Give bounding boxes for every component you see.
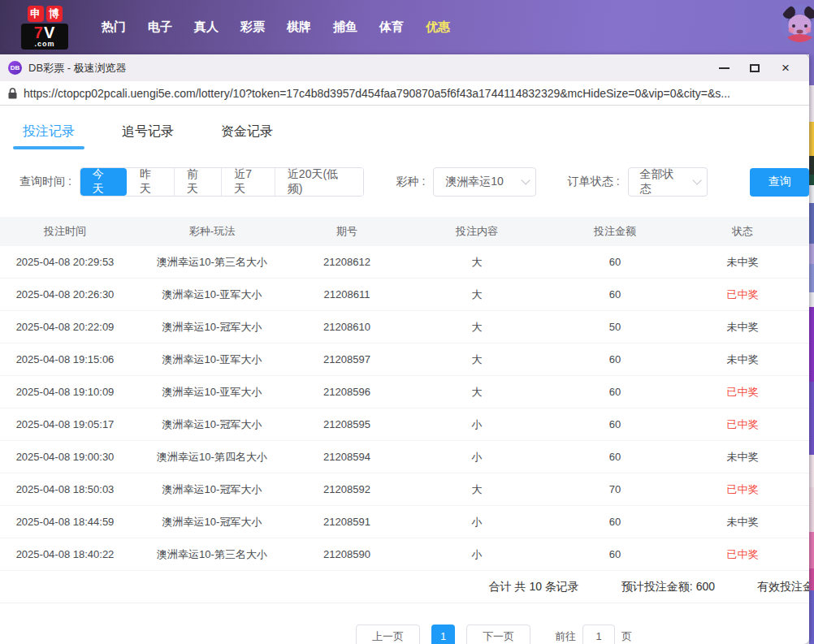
cell-bet-time: 2025-04-08 19:15:06: [0, 344, 130, 375]
nav-item-8[interactable]: 优惠: [426, 11, 450, 43]
maximize-button[interactable]: [739, 57, 770, 80]
cell-bet-amount: 60: [554, 506, 676, 538]
cell-game-play: 澳洲幸运10-第三名大小: [130, 246, 294, 278]
cell-status: 已中奖: [676, 279, 809, 310]
table-row: 2025-04-08 19:00:30澳洲幸运10-第四名大小21208594小…: [0, 441, 809, 473]
cell-issue-number: 21208597: [294, 344, 400, 375]
time-option-2[interactable]: 昨天: [127, 168, 174, 196]
time-option-3[interactable]: 前天: [174, 168, 221, 196]
logo-badges: 申 博: [28, 6, 63, 22]
window-title: DB彩票 - 极速浏览器: [28, 61, 708, 76]
tab-2[interactable]: 追号记录: [117, 114, 179, 152]
url-text[interactable]: https://ctopcp02pcali.uengi5e.com/lotter…: [24, 87, 730, 100]
desktop-background-strip: [809, 54, 814, 644]
summary-expected-amount: 预计投注金额: 600: [621, 580, 715, 594]
goto-page-input[interactable]: [582, 625, 615, 644]
cell-game-play: 澳洲幸运10-冠军大小: [130, 311, 294, 343]
close-button[interactable]: ×: [770, 57, 801, 80]
cell-status: 未中奖: [676, 506, 809, 538]
table-row: 2025-04-08 20:29:53澳洲幸运10-第三名大小21208612大…: [0, 246, 809, 279]
time-filter-label: 查询时间 :: [19, 175, 71, 189]
table-row: 2025-04-08 18:50:03澳洲幸运10-冠军大小21208592大7…: [0, 473, 809, 506]
chevron-down-icon: [693, 175, 702, 184]
search-button[interactable]: 查询: [750, 168, 809, 197]
cell-status: 已中奖: [676, 473, 809, 505]
cell-bet-time: 2025-04-08 19:00:30: [0, 441, 130, 473]
time-option-1[interactable]: 今天: [80, 168, 127, 196]
address-bar[interactable]: https://ctopcp02pcali.uengi5e.com/lotter…: [0, 81, 809, 106]
tab-3[interactable]: 资金记录: [216, 114, 278, 152]
table-row: 2025-04-08 18:40:22澳洲幸运10-第三名大小21208590小…: [0, 538, 809, 571]
nav-item-5[interactable]: 棋牌: [287, 11, 311, 43]
table-row: 2025-04-08 20:26:30澳洲幸运10-亚军大小21208611大6…: [0, 279, 809, 311]
pagination: 上一页 1 下一页 前往 页: [89, 625, 809, 644]
window-titlebar[interactable]: DB DB彩票 - 极速浏览器 ×: [0, 54, 809, 81]
nav-item-7[interactable]: 体育: [379, 11, 404, 43]
table-row: 2025-04-08 18:44:59澳洲幸运10-冠军大小21208591小6…: [0, 506, 809, 538]
cell-status: 已中奖: [676, 376, 809, 408]
logo-dotcom: .com: [21, 41, 68, 48]
table-body: 2025-04-08 20:29:53澳洲幸运10-第三名大小21208612大…: [0, 246, 809, 571]
cell-game-play: 澳洲幸运10-第四名大小: [130, 441, 294, 473]
current-page-button[interactable]: 1: [431, 625, 455, 644]
page-unit-label: 页: [621, 629, 632, 644]
site-logo[interactable]: 申 博 7V .com: [21, 6, 68, 50]
cell-bet-content: 小: [400, 408, 554, 440]
cell-bet-content: 大: [400, 246, 554, 278]
cell-bet-content: 大: [400, 473, 554, 505]
cell-issue-number: 21208595: [294, 408, 400, 440]
cell-status: 未中奖: [676, 311, 809, 343]
status-select-value: 全部状态: [640, 167, 685, 197]
time-option-5[interactable]: 近20天(低频): [275, 168, 363, 196]
cell-game-play: 澳洲幸运10-亚军大小: [130, 376, 294, 408]
nav-item-6[interactable]: 捕鱼: [333, 11, 357, 43]
nav-item-2[interactable]: 电子: [148, 11, 172, 43]
col-header-6: 状态: [676, 217, 809, 246]
minimize-icon: [719, 67, 730, 69]
avatar-illustration: [781, 4, 814, 42]
user-avatar[interactable]: [781, 4, 814, 42]
order-status-select[interactable]: 全部状态: [628, 167, 708, 197]
nav-item-1[interactable]: 热门: [102, 11, 126, 43]
prev-page-button[interactable]: 上一页: [356, 625, 420, 644]
status-filter-label: 订单状态 :: [568, 175, 620, 189]
maximize-icon: [750, 64, 760, 72]
cell-issue-number: 21208590: [294, 538, 400, 570]
cell-issue-number: 21208611: [294, 279, 400, 310]
cell-bet-content: 大: [400, 311, 554, 343]
site-navbar: 申 博 7V .com 热门电子真人彩票棋牌捕鱼体育优惠: [0, 0, 814, 54]
lottery-select-value: 澳洲幸运10: [445, 175, 504, 189]
cell-game-play: 澳洲幸运10-冠军大小: [130, 408, 294, 440]
time-option-4[interactable]: 近7天: [221, 168, 275, 196]
cell-status: 未中奖: [676, 344, 809, 375]
cell-bet-amount: 60: [554, 279, 676, 310]
cell-bet-time: 2025-04-08 20:22:09: [0, 311, 130, 343]
cell-issue-number: 21208610: [294, 311, 400, 343]
cell-bet-amount: 70: [554, 473, 676, 505]
cell-bet-amount: 60: [554, 376, 676, 408]
table-row: 2025-04-08 19:15:06澳洲幸运10-亚军大小21208597大6…: [0, 344, 809, 376]
cell-issue-number: 21208591: [294, 506, 400, 538]
cell-game-play: 澳洲幸运10-冠军大小: [130, 473, 294, 505]
cell-game-play: 澳洲幸运10-亚军大小: [130, 344, 294, 375]
table-row: 2025-04-08 19:10:09澳洲幸运10-亚军大小21208596大6…: [0, 376, 809, 408]
lottery-select[interactable]: 澳洲幸运10: [433, 167, 535, 197]
cell-issue-number: 21208612: [294, 246, 400, 278]
minimize-button[interactable]: [708, 57, 739, 80]
tab-1[interactable]: 投注记录: [18, 114, 80, 152]
col-header-1: 投注时间: [0, 217, 130, 246]
cell-bet-time: 2025-04-08 18:50:03: [0, 473, 130, 505]
cell-bet-time: 2025-04-08 19:10:09: [0, 376, 130, 408]
next-page-button[interactable]: 下一页: [466, 625, 530, 644]
time-range-group: 今天昨天前天近7天近20天(低频): [80, 167, 364, 197]
cell-status: 已中奖: [676, 408, 809, 440]
cell-bet-content: 大: [400, 279, 554, 310]
nav-item-3[interactable]: 真人: [194, 11, 219, 43]
logo-v: V: [44, 24, 55, 41]
cell-bet-amount: 50: [554, 311, 676, 343]
cell-bet-time: 2025-04-08 20:29:53: [0, 246, 130, 278]
cell-status: 未中奖: [676, 246, 809, 278]
cell-game-play: 澳洲幸运10-冠军大小: [130, 506, 294, 538]
nav-item-4[interactable]: 彩票: [240, 11, 265, 43]
cell-bet-amount: 60: [554, 246, 676, 278]
